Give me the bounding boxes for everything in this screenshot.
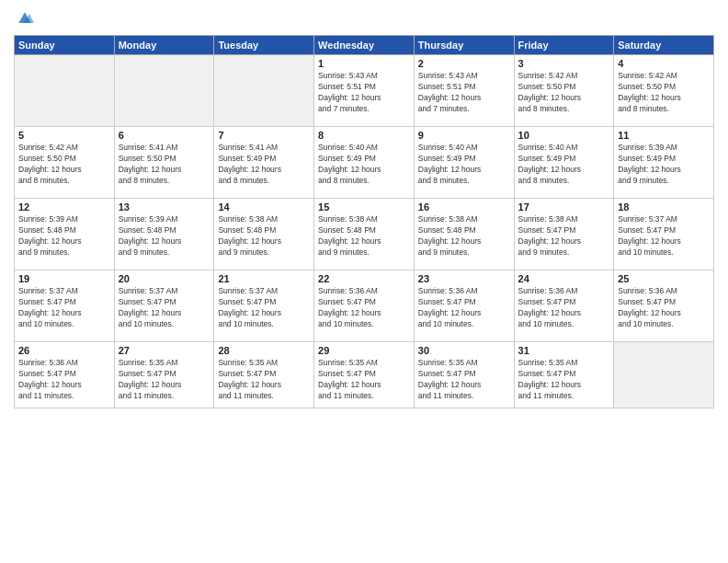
day-number: 10 — [518, 130, 610, 141]
calendar-cell: 19Sunrise: 5:37 AM Sunset: 5:47 PM Dayli… — [15, 270, 115, 342]
day-number: 14 — [218, 201, 310, 213]
day-number: 20 — [119, 273, 210, 284]
logo-icon — [16, 9, 34, 28]
day-number: 19 — [18, 273, 110, 284]
cell-content: Sunrise: 5:36 AM Sunset: 5:47 PM Dayligh… — [318, 286, 410, 330]
day-number: 1 — [318, 58, 410, 69]
logo — [14, 9, 34, 28]
cell-content: Sunrise: 5:38 AM Sunset: 5:47 PM Dayligh… — [518, 214, 610, 259]
cell-content: Sunrise: 5:35 AM Sunset: 5:47 PM Dayligh… — [318, 358, 410, 402]
day-number: 18 — [618, 201, 710, 213]
calendar-cell: 5Sunrise: 5:42 AM Sunset: 5:50 PM Daylig… — [15, 127, 115, 199]
cell-content: Sunrise: 5:35 AM Sunset: 5:47 PM Dayligh… — [518, 358, 610, 402]
day-number: 5 — [18, 130, 110, 141]
calendar-cell: 2Sunrise: 5:43 AM Sunset: 5:51 PM Daylig… — [414, 55, 514, 127]
weekday-header-monday: Monday — [114, 36, 214, 55]
day-number: 12 — [18, 201, 110, 213]
calendar-cell: 26Sunrise: 5:36 AM Sunset: 5:47 PM Dayli… — [15, 342, 115, 408]
day-number: 25 — [618, 273, 710, 284]
calendar-cell: 20Sunrise: 5:37 AM Sunset: 5:47 PM Dayli… — [114, 270, 214, 342]
day-number: 27 — [119, 345, 210, 356]
calendar-cell: 4Sunrise: 5:42 AM Sunset: 5:50 PM Daylig… — [614, 55, 714, 127]
calendar-cell: 9Sunrise: 5:40 AM Sunset: 5:49 PM Daylig… — [414, 127, 514, 199]
calendar-cell: 7Sunrise: 5:41 AM Sunset: 5:49 PM Daylig… — [214, 127, 314, 199]
day-number: 22 — [318, 273, 410, 284]
calendar-cell: 30Sunrise: 5:35 AM Sunset: 5:47 PM Dayli… — [414, 342, 514, 408]
cell-content: Sunrise: 5:42 AM Sunset: 5:50 PM Dayligh… — [518, 71, 610, 115]
cell-content: Sunrise: 5:39 AM Sunset: 5:48 PM Dayligh… — [119, 214, 210, 259]
cell-content: Sunrise: 5:41 AM Sunset: 5:50 PM Dayligh… — [119, 143, 210, 187]
cell-content: Sunrise: 5:42 AM Sunset: 5:50 PM Dayligh… — [618, 71, 710, 115]
cell-content: Sunrise: 5:43 AM Sunset: 5:51 PM Dayligh… — [318, 71, 410, 115]
cell-content: Sunrise: 5:41 AM Sunset: 5:49 PM Dayligh… — [218, 143, 310, 187]
week-row-4: 19Sunrise: 5:37 AM Sunset: 5:47 PM Dayli… — [15, 270, 714, 342]
cell-content: Sunrise: 5:42 AM Sunset: 5:50 PM Dayligh… — [18, 143, 110, 187]
cell-content: Sunrise: 5:39 AM Sunset: 5:49 PM Dayligh… — [618, 143, 710, 187]
calendar-cell: 15Sunrise: 5:38 AM Sunset: 5:48 PM Dayli… — [314, 199, 415, 270]
cell-content: Sunrise: 5:38 AM Sunset: 5:48 PM Dayligh… — [318, 214, 410, 259]
day-number: 21 — [218, 273, 310, 284]
day-number: 31 — [518, 345, 610, 356]
cell-content: Sunrise: 5:37 AM Sunset: 5:47 PM Dayligh… — [18, 286, 110, 330]
week-row-3: 12Sunrise: 5:39 AM Sunset: 5:48 PM Dayli… — [15, 199, 714, 270]
calendar-table: SundayMondayTuesdayWednesdayThursdayFrid… — [14, 35, 714, 408]
weekday-header-saturday: Saturday — [614, 36, 714, 55]
day-number: 11 — [618, 130, 710, 141]
cell-content: Sunrise: 5:38 AM Sunset: 5:48 PM Dayligh… — [218, 214, 310, 259]
calendar-cell: 13Sunrise: 5:39 AM Sunset: 5:48 PM Dayli… — [114, 199, 214, 270]
day-number: 29 — [318, 345, 410, 356]
weekday-header-tuesday: Tuesday — [214, 36, 314, 55]
cell-content: Sunrise: 5:40 AM Sunset: 5:49 PM Dayligh… — [318, 143, 410, 187]
day-number: 28 — [218, 345, 310, 356]
weekday-header-thursday: Thursday — [414, 36, 514, 55]
day-number: 30 — [418, 345, 510, 356]
calendar-cell: 29Sunrise: 5:35 AM Sunset: 5:47 PM Dayli… — [314, 342, 415, 408]
day-number: 9 — [418, 130, 510, 141]
cell-content: Sunrise: 5:35 AM Sunset: 5:47 PM Dayligh… — [218, 358, 310, 402]
week-row-5: 26Sunrise: 5:36 AM Sunset: 5:47 PM Dayli… — [15, 342, 714, 408]
day-number: 2 — [418, 58, 510, 69]
calendar-cell: 22Sunrise: 5:36 AM Sunset: 5:47 PM Dayli… — [314, 270, 415, 342]
cell-content: Sunrise: 5:35 AM Sunset: 5:47 PM Dayligh… — [418, 358, 510, 402]
day-number: 7 — [218, 130, 310, 141]
calendar-cell: 12Sunrise: 5:39 AM Sunset: 5:48 PM Dayli… — [15, 199, 115, 270]
day-number: 6 — [119, 130, 210, 141]
weekday-header-wednesday: Wednesday — [314, 36, 415, 55]
cell-content: Sunrise: 5:38 AM Sunset: 5:48 PM Dayligh… — [418, 214, 510, 259]
calendar-cell: 11Sunrise: 5:39 AM Sunset: 5:49 PM Dayli… — [614, 127, 714, 199]
day-number: 24 — [518, 273, 610, 284]
cell-content: Sunrise: 5:43 AM Sunset: 5:51 PM Dayligh… — [418, 71, 510, 115]
calendar-cell: 18Sunrise: 5:37 AM Sunset: 5:47 PM Dayli… — [614, 199, 714, 270]
calendar-cell: 8Sunrise: 5:40 AM Sunset: 5:49 PM Daylig… — [314, 127, 415, 199]
calendar-cell — [214, 55, 314, 127]
calendar-cell: 17Sunrise: 5:38 AM Sunset: 5:47 PM Dayli… — [514, 199, 614, 270]
cell-content: Sunrise: 5:35 AM Sunset: 5:47 PM Dayligh… — [119, 358, 210, 402]
week-row-2: 5Sunrise: 5:42 AM Sunset: 5:50 PM Daylig… — [15, 127, 714, 199]
cell-content: Sunrise: 5:37 AM Sunset: 5:47 PM Dayligh… — [618, 214, 710, 259]
calendar-cell: 31Sunrise: 5:35 AM Sunset: 5:47 PM Dayli… — [514, 342, 614, 408]
day-number: 17 — [518, 201, 610, 213]
calendar-cell: 23Sunrise: 5:36 AM Sunset: 5:47 PM Dayli… — [414, 270, 514, 342]
cell-content: Sunrise: 5:37 AM Sunset: 5:47 PM Dayligh… — [218, 286, 310, 330]
calendar-cell — [614, 342, 714, 408]
day-number: 16 — [418, 201, 510, 213]
day-number: 3 — [518, 58, 610, 69]
cell-content: Sunrise: 5:39 AM Sunset: 5:48 PM Dayligh… — [18, 214, 110, 259]
weekday-header-row: SundayMondayTuesdayWednesdayThursdayFrid… — [15, 36, 714, 55]
calendar-cell: 28Sunrise: 5:35 AM Sunset: 5:47 PM Dayli… — [214, 342, 314, 408]
cell-content: Sunrise: 5:36 AM Sunset: 5:47 PM Dayligh… — [518, 286, 610, 330]
calendar-cell: 24Sunrise: 5:36 AM Sunset: 5:47 PM Dayli… — [514, 270, 614, 342]
calendar-cell: 1Sunrise: 5:43 AM Sunset: 5:51 PM Daylig… — [314, 55, 415, 127]
calendar-cell: 16Sunrise: 5:38 AM Sunset: 5:48 PM Dayli… — [414, 199, 514, 270]
calendar-cell: 21Sunrise: 5:37 AM Sunset: 5:47 PM Dayli… — [214, 270, 314, 342]
calendar-cell — [15, 55, 115, 127]
calendar-cell: 6Sunrise: 5:41 AM Sunset: 5:50 PM Daylig… — [114, 127, 214, 199]
calendar-cell — [114, 55, 214, 127]
page: SundayMondayTuesdayWednesdayThursdayFrid… — [0, 0, 728, 563]
cell-content: Sunrise: 5:37 AM Sunset: 5:47 PM Dayligh… — [119, 286, 210, 330]
day-number: 26 — [18, 345, 110, 356]
day-number: 15 — [318, 201, 410, 213]
calendar-cell: 25Sunrise: 5:36 AM Sunset: 5:47 PM Dayli… — [614, 270, 714, 342]
weekday-header-sunday: Sunday — [15, 36, 115, 55]
cell-content: Sunrise: 5:40 AM Sunset: 5:49 PM Dayligh… — [518, 143, 610, 187]
